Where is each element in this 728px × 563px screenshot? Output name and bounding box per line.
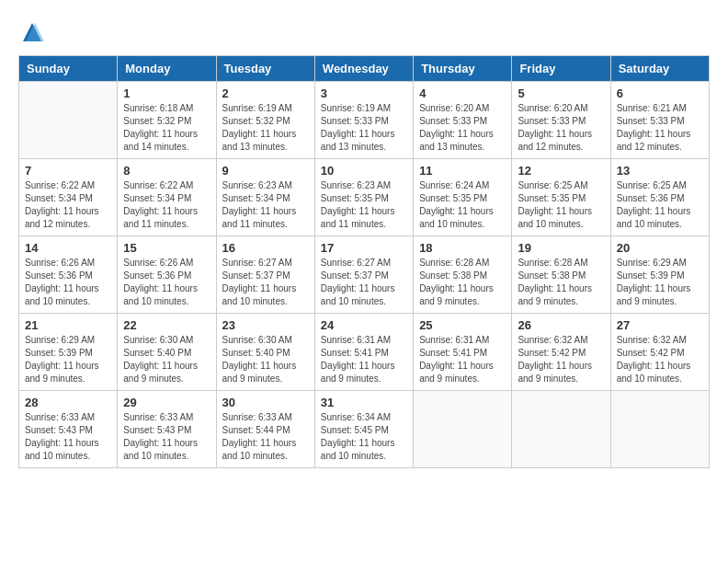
calendar-cell: 30Sunrise: 6:33 AM Sunset: 5:44 PM Dayli… [216, 391, 314, 468]
day-info: Sunrise: 6:26 AM Sunset: 5:36 PM Dayligh… [25, 257, 111, 308]
day-info: Sunrise: 6:28 AM Sunset: 5:38 PM Dayligh… [419, 257, 506, 308]
day-of-week-header: Wednesday [314, 56, 413, 82]
day-number: 19 [518, 241, 604, 255]
day-info: Sunrise: 6:25 AM Sunset: 5:35 PM Dayligh… [518, 179, 604, 231]
day-number: 12 [518, 164, 604, 178]
calendar-cell: 19Sunrise: 6:28 AM Sunset: 5:38 PM Dayli… [512, 236, 610, 314]
day-number: 22 [123, 318, 210, 332]
day-number: 25 [419, 318, 506, 332]
day-number: 24 [321, 318, 407, 332]
calendar-header-row: SundayMondayTuesdayWednesdayThursdayFrid… [19, 56, 710, 82]
calendar-week-row: 1Sunrise: 6:18 AM Sunset: 5:32 PM Daylig… [19, 82, 710, 159]
day-info: Sunrise: 6:24 AM Sunset: 5:35 PM Dayligh… [419, 179, 506, 231]
calendar-cell: 10Sunrise: 6:23 AM Sunset: 5:35 PM Dayli… [314, 159, 413, 236]
day-info: Sunrise: 6:25 AM Sunset: 5:36 PM Dayligh… [617, 179, 703, 231]
day-number: 21 [25, 318, 111, 332]
calendar-cell: 25Sunrise: 6:31 AM Sunset: 5:41 PM Dayli… [414, 314, 512, 391]
day-number: 18 [419, 241, 506, 255]
day-number: 30 [222, 396, 309, 409]
logo-icon [18, 18, 46, 46]
day-info: Sunrise: 6:27 AM Sunset: 5:37 PM Dayligh… [321, 257, 407, 308]
day-number: 29 [123, 396, 210, 409]
day-number: 15 [123, 241, 210, 255]
calendar-cell: 31Sunrise: 6:34 AM Sunset: 5:45 PM Dayli… [314, 391, 413, 468]
day-number: 8 [123, 164, 210, 178]
calendar-cell: 14Sunrise: 6:26 AM Sunset: 5:36 PM Dayli… [19, 236, 118, 314]
day-number: 1 [123, 86, 210, 100]
calendar-cell: 26Sunrise: 6:32 AM Sunset: 5:42 PM Dayli… [512, 314, 610, 391]
day-info: Sunrise: 6:32 AM Sunset: 5:42 PM Dayligh… [617, 334, 703, 385]
day-info: Sunrise: 6:34 AM Sunset: 5:45 PM Dayligh… [321, 411, 407, 463]
day-info: Sunrise: 6:29 AM Sunset: 5:39 PM Dayligh… [25, 334, 111, 385]
day-number: 2 [222, 86, 309, 100]
day-of-week-header: Friday [512, 56, 610, 82]
day-number: 31 [321, 396, 407, 409]
calendar-cell: 28Sunrise: 6:33 AM Sunset: 5:43 PM Dayli… [19, 391, 118, 468]
calendar-cell: 24Sunrise: 6:31 AM Sunset: 5:41 PM Dayli… [314, 314, 413, 391]
day-info: Sunrise: 6:22 AM Sunset: 5:34 PM Dayligh… [25, 179, 111, 231]
day-number: 14 [25, 241, 111, 255]
day-number: 11 [419, 164, 506, 178]
calendar-cell: 9Sunrise: 6:23 AM Sunset: 5:34 PM Daylig… [216, 159, 314, 236]
calendar-week-row: 21Sunrise: 6:29 AM Sunset: 5:39 PM Dayli… [19, 314, 710, 391]
calendar-cell: 2Sunrise: 6:19 AM Sunset: 5:32 PM Daylig… [216, 82, 314, 159]
calendar-cell: 21Sunrise: 6:29 AM Sunset: 5:39 PM Dayli… [19, 314, 118, 391]
day-info: Sunrise: 6:31 AM Sunset: 5:41 PM Dayligh… [419, 334, 506, 385]
calendar-cell: 18Sunrise: 6:28 AM Sunset: 5:38 PM Dayli… [414, 236, 512, 314]
calendar-cell: 6Sunrise: 6:21 AM Sunset: 5:33 PM Daylig… [610, 82, 709, 159]
calendar-cell: 17Sunrise: 6:27 AM Sunset: 5:37 PM Dayli… [314, 236, 413, 314]
calendar-cell [512, 391, 610, 468]
day-number: 3 [321, 86, 407, 100]
calendar-week-row: 7Sunrise: 6:22 AM Sunset: 5:34 PM Daylig… [19, 159, 710, 236]
day-info: Sunrise: 6:31 AM Sunset: 5:41 PM Dayligh… [321, 334, 407, 385]
day-info: Sunrise: 6:29 AM Sunset: 5:39 PM Dayligh… [617, 257, 703, 308]
calendar-cell: 3Sunrise: 6:19 AM Sunset: 5:33 PM Daylig… [314, 82, 413, 159]
day-number: 26 [518, 318, 604, 332]
calendar-cell: 1Sunrise: 6:18 AM Sunset: 5:32 PM Daylig… [118, 82, 216, 159]
calendar-cell: 29Sunrise: 6:33 AM Sunset: 5:43 PM Dayli… [118, 391, 216, 468]
day-info: Sunrise: 6:19 AM Sunset: 5:33 PM Dayligh… [321, 102, 407, 154]
day-number: 7 [25, 164, 111, 178]
day-info: Sunrise: 6:30 AM Sunset: 5:40 PM Dayligh… [123, 334, 210, 385]
day-info: Sunrise: 6:27 AM Sunset: 5:37 PM Dayligh… [222, 257, 309, 308]
day-info: Sunrise: 6:20 AM Sunset: 5:33 PM Dayligh… [419, 102, 506, 154]
day-number: 16 [222, 241, 309, 255]
day-info: Sunrise: 6:19 AM Sunset: 5:32 PM Dayligh… [222, 102, 309, 154]
day-number: 4 [419, 86, 506, 100]
calendar-cell [414, 391, 512, 468]
calendar-cell: 20Sunrise: 6:29 AM Sunset: 5:39 PM Dayli… [610, 236, 709, 314]
calendar-week-row: 28Sunrise: 6:33 AM Sunset: 5:43 PM Dayli… [19, 391, 710, 468]
calendar-cell: 7Sunrise: 6:22 AM Sunset: 5:34 PM Daylig… [19, 159, 118, 236]
calendar-cell: 23Sunrise: 6:30 AM Sunset: 5:40 PM Dayli… [216, 314, 314, 391]
day-of-week-header: Tuesday [216, 56, 314, 82]
calendar-cell: 5Sunrise: 6:20 AM Sunset: 5:33 PM Daylig… [512, 82, 610, 159]
day-of-week-header: Monday [118, 56, 216, 82]
day-info: Sunrise: 6:23 AM Sunset: 5:35 PM Dayligh… [321, 179, 407, 231]
day-number: 5 [518, 86, 604, 100]
calendar-cell: 11Sunrise: 6:24 AM Sunset: 5:35 PM Dayli… [414, 159, 512, 236]
day-number: 13 [617, 164, 703, 178]
day-info: Sunrise: 6:26 AM Sunset: 5:36 PM Dayligh… [123, 257, 210, 308]
day-number: 28 [25, 396, 111, 409]
day-number: 27 [617, 318, 703, 332]
calendar-cell [610, 391, 709, 468]
day-of-week-header: Sunday [19, 56, 118, 82]
calendar-cell: 16Sunrise: 6:27 AM Sunset: 5:37 PM Dayli… [216, 236, 314, 314]
calendar-cell: 15Sunrise: 6:26 AM Sunset: 5:36 PM Dayli… [118, 236, 216, 314]
calendar-cell [19, 82, 118, 159]
day-number: 9 [222, 164, 309, 178]
day-number: 20 [617, 241, 703, 255]
day-info: Sunrise: 6:33 AM Sunset: 5:43 PM Dayligh… [25, 411, 111, 463]
day-number: 6 [617, 86, 703, 100]
calendar-cell: 22Sunrise: 6:30 AM Sunset: 5:40 PM Dayli… [118, 314, 216, 391]
calendar-cell: 8Sunrise: 6:22 AM Sunset: 5:34 PM Daylig… [118, 159, 216, 236]
day-info: Sunrise: 6:18 AM Sunset: 5:32 PM Dayligh… [123, 102, 210, 154]
calendar-cell: 13Sunrise: 6:25 AM Sunset: 5:36 PM Dayli… [610, 159, 709, 236]
day-of-week-header: Thursday [414, 56, 512, 82]
day-number: 17 [321, 241, 407, 255]
calendar-cell: 27Sunrise: 6:32 AM Sunset: 5:42 PM Dayli… [610, 314, 709, 391]
calendar-week-row: 14Sunrise: 6:26 AM Sunset: 5:36 PM Dayli… [19, 236, 710, 314]
day-number: 10 [321, 164, 407, 178]
day-info: Sunrise: 6:22 AM Sunset: 5:34 PM Dayligh… [123, 179, 210, 231]
calendar-cell: 12Sunrise: 6:25 AM Sunset: 5:35 PM Dayli… [512, 159, 610, 236]
